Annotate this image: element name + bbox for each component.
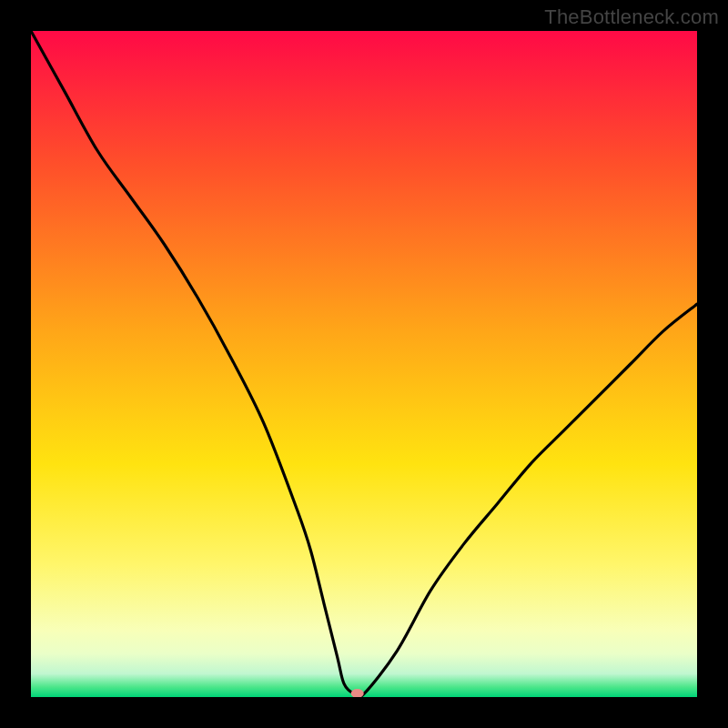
gradient-background [31, 31, 697, 697]
plot-area [31, 31, 697, 697]
chart-frame: TheBottleneck.com [0, 0, 728, 728]
chart-svg [31, 31, 697, 697]
watermark-text: TheBottleneck.com [544, 5, 719, 29]
